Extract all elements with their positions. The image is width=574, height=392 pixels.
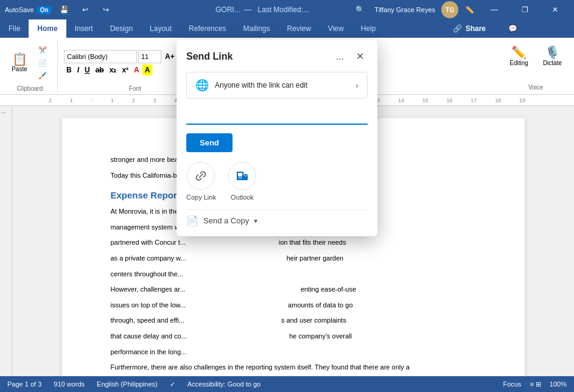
outlook-item[interactable]: Outlook bbox=[228, 162, 256, 201]
send-copy-button[interactable]: 📄 Send a Copy ▾ bbox=[186, 209, 368, 226]
send-button[interactable]: Send bbox=[186, 133, 233, 152]
copy-link-circle bbox=[187, 162, 215, 190]
copy-link-icon bbox=[194, 169, 208, 183]
email-input[interactable] bbox=[186, 107, 368, 125]
copy-doc-icon: 📄 bbox=[186, 215, 198, 226]
svg-point-3 bbox=[239, 177, 241, 178]
copy-link-label: Copy Link bbox=[186, 194, 216, 201]
link-permission-selector[interactable]: 🌐 Anyone with the link can edit › bbox=[186, 72, 368, 99]
copy-link-item[interactable]: Copy Link bbox=[186, 162, 216, 201]
modal-close-button[interactable]: ✕ bbox=[352, 49, 368, 63]
send-link-modal: Send Link ... ✕ 🌐 Anyone with the link c… bbox=[177, 40, 377, 236]
chevron-right-icon: › bbox=[355, 80, 359, 90]
permission-text: Anyone with the link can edit bbox=[215, 81, 307, 89]
modal-overlay: Send Link ... ✕ 🌐 Anyone with the link c… bbox=[0, 0, 574, 392]
modal-title: Send Link bbox=[186, 51, 233, 62]
modal-header: Send Link ... ✕ bbox=[186, 49, 368, 63]
send-copy-label: Send a Copy bbox=[203, 216, 249, 225]
modal-header-right: ... ✕ bbox=[332, 49, 368, 63]
chevron-down-icon: ▾ bbox=[254, 217, 257, 225]
send-label: Send bbox=[200, 138, 219, 147]
svg-rect-1 bbox=[238, 173, 242, 176]
share-icons-row: Copy Link Outlook bbox=[186, 162, 368, 201]
outlook-label: Outlook bbox=[231, 194, 254, 201]
modal-more-button[interactable]: ... bbox=[332, 50, 348, 63]
outlook-icon bbox=[235, 169, 250, 183]
link-perm-left: 🌐 Anyone with the link can edit bbox=[195, 79, 307, 92]
globe-icon: 🌐 bbox=[195, 79, 209, 92]
outlook-circle bbox=[228, 162, 256, 190]
